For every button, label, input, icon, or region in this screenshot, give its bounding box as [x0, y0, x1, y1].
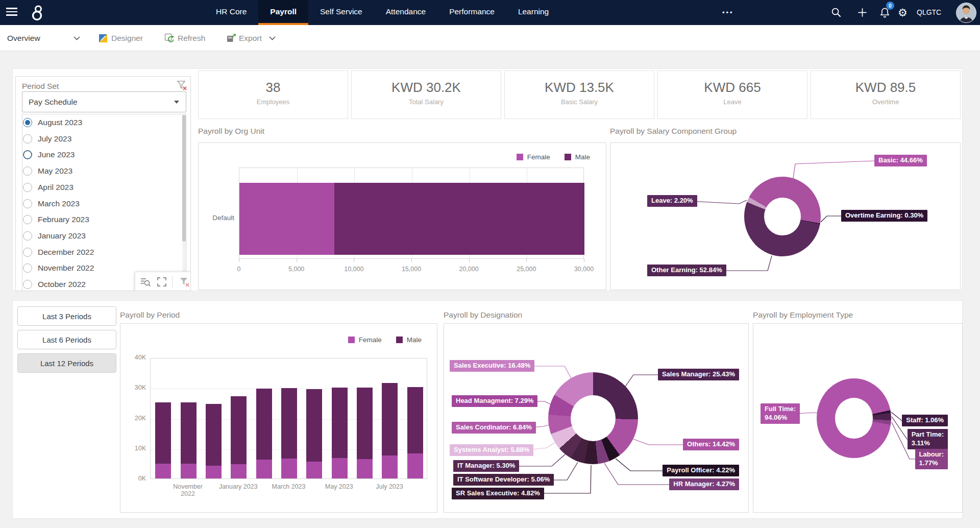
search-settings-icon[interactable]: [140, 276, 151, 287]
axis-tick: [469, 259, 470, 262]
bar-segment-male[interactable]: [334, 183, 584, 255]
nav-tab-attendance[interactable]: Attendance: [374, 0, 437, 25]
refresh-icon[interactable]: [164, 33, 175, 43]
export-button[interactable]: Export: [239, 25, 262, 51]
bar-female-august-2023[interactable]: [407, 453, 423, 478]
clear-filter-icon[interactable]: [179, 276, 190, 287]
designation-chart: Sales Manager: 25.43%Others: 14.42%Payro…: [444, 323, 749, 513]
nav-tab-performance[interactable]: Performance: [437, 0, 506, 25]
period-option-label: November 2022: [38, 263, 94, 273]
legend-item-female[interactable]: Female: [348, 336, 382, 344]
chart-legend: FemaleMale: [348, 336, 422, 344]
designer-button[interactable]: Designer: [111, 25, 143, 51]
pay-schedule-select[interactable]: Pay Schedule: [22, 91, 186, 112]
button-last-3-periods[interactable]: Last 3 Periods: [17, 306, 116, 326]
view-select[interactable]: Overview: [7, 25, 40, 51]
bar-male-july-2023[interactable]: [382, 383, 398, 455]
radio-unselected[interactable]: [23, 183, 32, 192]
settings-gear-icon[interactable]: ⚙: [898, 0, 908, 25]
select-caret-icon: [174, 101, 179, 104]
radio-unselected[interactable]: [23, 166, 32, 176]
bar-female-october-2022[interactable]: [155, 464, 171, 478]
bar-female-january-2023[interactable]: [231, 464, 247, 478]
button-last-6-periods[interactable]: Last 6 Periods: [17, 330, 116, 349]
bar-male-february-2023[interactable]: [256, 389, 272, 460]
radio-unselected[interactable]: [23, 263, 32, 273]
bar-female-june-2023[interactable]: [357, 459, 373, 478]
bar-female-april-2023[interactable]: [306, 462, 322, 478]
radio-unselected[interactable]: [23, 134, 32, 143]
bar-male-december-2022[interactable]: [206, 404, 222, 466]
bar-female-may-2023[interactable]: [332, 458, 348, 478]
period-option-january-2023[interactable]: January 2023: [23, 228, 176, 244]
period-option-december-2022[interactable]: December 2022: [23, 244, 176, 260]
slice-label-it-software-developer: IT Software Developer: 5.06%: [453, 474, 554, 486]
org-unit-chart: FemaleMaleDefault05,00010,00015,00020,00…: [198, 142, 606, 290]
designation-chart-title: Payroll by Designation: [444, 310, 522, 320]
slice-label-sr-sales-executive: SR Sales Executive: 4.82%: [452, 488, 544, 499]
bar-segment-female[interactable]: [239, 183, 334, 255]
nav-tab-self-service[interactable]: Self Service: [308, 0, 374, 25]
bar-male-november-2022[interactable]: [181, 402, 197, 464]
legend-item-male[interactable]: Male: [565, 153, 590, 161]
bar-male-october-2022[interactable]: [155, 402, 171, 464]
period-chart-title: Payroll by Period: [120, 310, 180, 320]
legend-item-female[interactable]: Female: [517, 153, 550, 161]
x-tick-label: 5,000: [279, 266, 314, 273]
button-last-12-periods[interactable]: Last 12 Periods: [17, 353, 116, 373]
radio-unselected[interactable]: [23, 150, 32, 159]
period-chart: FemaleMale0K10K20K30K40KNovember 2022Jan…: [120, 323, 437, 513]
designer-icon[interactable]: [99, 34, 108, 43]
radio-unselected[interactable]: [23, 231, 32, 241]
bar-male-june-2023[interactable]: [357, 388, 373, 459]
radio-unselected[interactable]: [23, 199, 32, 208]
bar-male-august-2023[interactable]: [407, 387, 423, 453]
search-icon[interactable]: [830, 7, 842, 18]
bar-female-november-2022[interactable]: [181, 464, 197, 478]
notification-badge: 0: [886, 2, 894, 10]
bar-female-december-2022[interactable]: [206, 466, 222, 478]
list-scrollbar-track[interactable]: [182, 115, 186, 291]
chart-legend: FemaleMale: [517, 153, 590, 161]
bar-female-march-2023[interactable]: [281, 459, 297, 478]
nav-tab-payroll[interactable]: Payroll: [258, 0, 308, 25]
period-option-april-2023[interactable]: April 2023: [23, 179, 176, 196]
nav-overflow-icon[interactable]: •••: [722, 0, 734, 25]
view-chevron-down-icon[interactable]: [74, 36, 80, 40]
period-set-title: Period Set: [22, 82, 59, 91]
nav-tab-learning[interactable]: Learning: [506, 0, 560, 25]
bar-female-february-2023[interactable]: [256, 460, 272, 478]
period-option-march-2023[interactable]: March 2023: [23, 196, 176, 212]
export-chevron-down-icon[interactable]: [269, 36, 276, 40]
period-option-july-2023[interactable]: July 2023: [23, 131, 176, 147]
period-option-june-2023[interactable]: June 2023: [23, 147, 176, 163]
radio-unselected[interactable]: [23, 215, 32, 224]
slice-label-basic: Basic: 44.66%: [874, 155, 927, 166]
export-icon[interactable]: [226, 33, 236, 43]
add-icon[interactable]: [856, 7, 868, 18]
radio-unselected[interactable]: [23, 280, 32, 289]
bar-male-may-2023[interactable]: [332, 388, 348, 458]
nav-tab-hr-core[interactable]: HR Core: [204, 0, 258, 25]
x-tick-label: 25,000: [508, 266, 544, 273]
radio-unselected[interactable]: [23, 248, 32, 257]
legend-item-male[interactable]: Male: [396, 336, 422, 344]
user-avatar[interactable]: [956, 3, 976, 23]
legend-label: Male: [575, 153, 590, 161]
bar-female-july-2023[interactable]: [382, 455, 398, 478]
axis-tick: [354, 259, 354, 262]
period-option-may-2023[interactable]: May 2023: [23, 163, 176, 179]
expand-icon[interactable]: [156, 276, 167, 287]
bar-male-april-2023[interactable]: [306, 389, 322, 462]
period-option-august-2023[interactable]: August 2023: [23, 114, 176, 131]
list-scrollbar-thumb[interactable]: [182, 115, 186, 242]
axis-tick: [411, 259, 412, 262]
kpi-label: Overtime: [811, 98, 960, 106]
radio-selected[interactable]: [23, 118, 32, 127]
period-option-february-2023[interactable]: February 2023: [23, 211, 176, 228]
bar-male-march-2023[interactable]: [281, 388, 297, 459]
bar-male-january-2023[interactable]: [231, 396, 247, 464]
refresh-button[interactable]: Refresh: [178, 25, 205, 51]
clear-filter-icon[interactable]: [176, 80, 187, 91]
menu-icon[interactable]: [6, 8, 17, 18]
